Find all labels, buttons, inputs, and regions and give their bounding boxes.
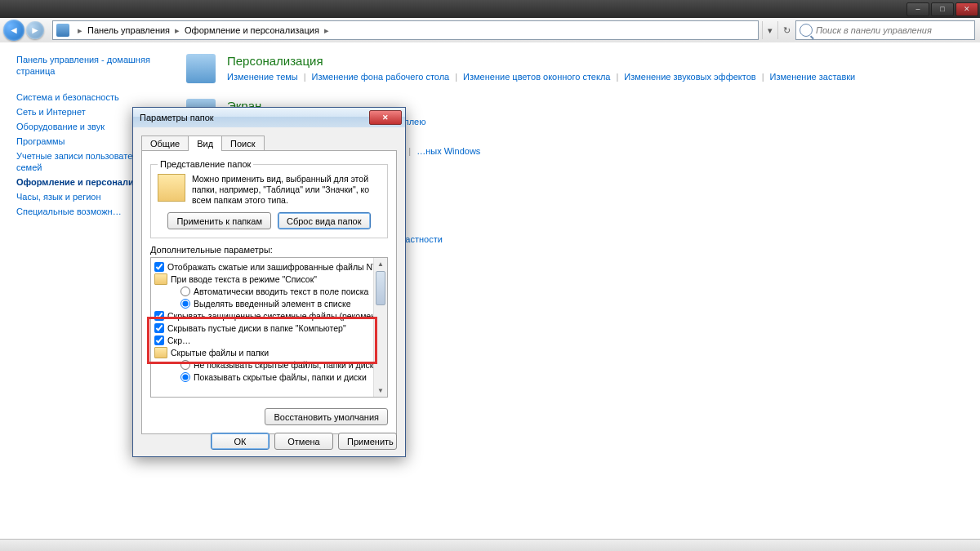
tree-label: Автоматически вводить текст в поле поиск… (194, 287, 368, 296)
category-link[interactable]: Изменение звуковых эффектов (624, 72, 755, 82)
breadcrumb-sep: ▸ (324, 25, 329, 36)
tree-scrollbar[interactable]: ▲ ▼ (373, 258, 387, 397)
dialog-tabs: Общие Вид Поиск (141, 136, 397, 151)
dialog-titlebar[interactable]: Параметры папок ✕ (133, 108, 405, 127)
statusbar (0, 539, 980, 551)
tree-row[interactable]: При вводе текста в режиме "Список" (151, 273, 387, 285)
tab-general[interactable]: Общие (141, 136, 189, 151)
folder-icon (154, 273, 167, 285)
search-icon (800, 24, 813, 37)
reset-folders-button[interactable]: Сброс вида папок (278, 212, 371, 229)
advanced-label: Дополнительные параметры: (150, 245, 388, 255)
search-input[interactable]: Поиск в панели управления (795, 20, 975, 40)
forward-button[interactable]: ► (26, 21, 44, 39)
category-link[interactable]: Изменение цветов оконного стекла (463, 72, 610, 82)
address-row: ◄ ► ▸ Панель управления ▸ Оформление и п… (0, 18, 980, 43)
tree-checkbox[interactable] (154, 335, 164, 345)
tree-row[interactable]: Скрывать защищенные системные файлы (рек… (151, 309, 387, 322)
folder-view-fieldset: Представление папок Можно применить вид,… (150, 159, 388, 238)
sidebar-item[interactable]: Система и безопасность (16, 91, 162, 103)
refresh-button[interactable]: ↻ (777, 21, 795, 39)
advanced-tree[interactable]: Отображать сжатые или зашифрованные файл… (150, 257, 388, 398)
sidebar-home[interactable]: Панель управления - домашняя страница (16, 54, 162, 77)
tree-checkbox[interactable] (154, 311, 164, 321)
tree-label: Выделять введенный элемент в списке (194, 299, 351, 309)
folder-icon (154, 347, 167, 358)
folder-options-dialog: Параметры папок ✕ Общие Вид Поиск Предст… (132, 107, 406, 457)
tree-row[interactable]: Выделять введенный элемент в списке (151, 297, 387, 309)
address-dropdown[interactable]: ▾ (762, 21, 777, 39)
category-link[interactable]: Изменение заставки (770, 72, 856, 82)
dialog-buttons: ОК Отмена Применить (211, 433, 397, 450)
tree-checkbox[interactable] (154, 262, 164, 272)
tree-label: Отображать сжатые или зашифрованные файл… (167, 262, 386, 272)
tree-checkbox[interactable] (154, 323, 164, 333)
scroll-up-icon[interactable]: ▲ (374, 258, 387, 270)
tab-panel: Представление папок Можно применить вид,… (141, 150, 397, 434)
breadcrumb-1[interactable]: Панель управления (87, 25, 170, 35)
tree-row[interactable]: Скрывать пустые диски в папке "Компьютер… (151, 322, 387, 334)
tree-row[interactable]: Скрытые файлы и папки (151, 346, 387, 358)
scroll-thumb[interactable] (376, 271, 385, 305)
tree-label: При вводе текста в режиме "Список" (171, 274, 317, 284)
folder-icon (158, 174, 185, 202)
category-link[interactable]: Изменение темы (227, 72, 298, 82)
tree-row[interactable]: Скр… (151, 334, 387, 346)
ok-button[interactable]: ОК (211, 433, 270, 450)
tree-radio[interactable] (180, 372, 190, 382)
tree-row[interactable]: Отображать сжатые или зашифрованные файл… (151, 260, 387, 273)
dialog-title: Параметры папок (140, 113, 369, 122)
category-link[interactable]: Изменение фона рабочего стола (312, 72, 450, 82)
fieldset-text: Можно применить вид, выбранный для этой … (192, 174, 381, 206)
address-bar[interactable]: ▸ Панель управления ▸ Оформление и персо… (52, 20, 759, 40)
dialog-close-button[interactable]: ✕ (369, 110, 402, 125)
apply-to-folders-button[interactable]: Применить к папкам (167, 212, 271, 229)
back-button[interactable]: ◄ (3, 20, 24, 41)
tab-view[interactable]: Вид (188, 136, 222, 151)
category-link[interactable]: …ных Windows (416, 146, 480, 156)
tree-label: Не показывать скрытые файлы, папки и дис… (194, 360, 378, 370)
minimize-button[interactable]: – (906, 2, 929, 16)
breadcrumb-sep: ▸ (78, 25, 82, 36)
tree-label: Скр… (167, 335, 191, 345)
breadcrumb-2[interactable]: Оформление и персонализация (185, 25, 319, 35)
cancel-button[interactable]: Отмена (274, 433, 333, 450)
close-button[interactable]: ✕ (956, 2, 978, 16)
apply-button[interactable]: Применить (338, 433, 397, 450)
tree-label: Показывать скрытые файлы, папки и диски (194, 372, 367, 382)
category-icon (186, 54, 216, 83)
maximize-button[interactable]: □ (931, 2, 954, 16)
restore-defaults-button[interactable]: Восстановить умолчания (265, 408, 388, 425)
search-placeholder: Поиск в панели управления (816, 25, 932, 35)
tree-label: Скрывать пустые диски в папке "Компьютер… (167, 323, 346, 333)
control-panel-icon (56, 24, 69, 37)
tree-row[interactable]: Не показывать скрытые файлы, папки и дис… (151, 358, 387, 371)
category-title[interactable]: Персонализация (227, 54, 855, 68)
tree-label: Скрывать защищенные системные файлы (рек… (167, 311, 384, 321)
tree-row[interactable]: Показывать скрытые файлы, папки и диски (151, 371, 387, 383)
scroll-down-icon[interactable]: ▼ (374, 384, 387, 397)
tree-label: Скрытые файлы и папки (171, 348, 269, 358)
tree-radio[interactable] (180, 299, 190, 309)
tree-row[interactable]: Автоматически вводить текст в поле поиск… (151, 285, 387, 297)
dialog-body: Общие Вид Поиск Представление папок Можн… (133, 127, 405, 442)
tab-search[interactable]: Поиск (221, 136, 264, 151)
breadcrumb-sep: ▸ (175, 25, 180, 36)
window-titlebar: – □ ✕ (0, 0, 980, 18)
tree-radio[interactable] (180, 360, 190, 370)
tree-radio[interactable] (180, 287, 190, 296)
fieldset-legend: Представление папок (158, 159, 253, 169)
